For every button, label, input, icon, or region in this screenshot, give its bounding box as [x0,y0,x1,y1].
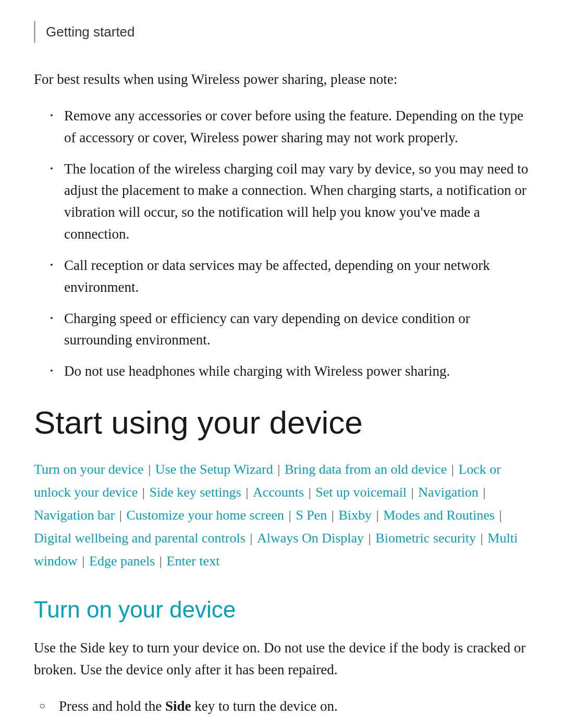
page-container: Getting started For best results when us… [0,0,563,728]
list-item: The location of the wireless charging co… [50,158,529,245]
link-spen[interactable]: S Pen [296,508,327,523]
separator: | [274,462,284,477]
link-home-screen[interactable]: Customize your home screen [126,508,284,523]
separator: | [365,530,374,546]
separator: | [285,508,295,523]
link-biometric[interactable]: Biometric security [375,530,476,546]
list-item: Call reception or data services may be a… [50,255,529,299]
link-bring-data[interactable]: Bring data from an old device [285,462,447,477]
separator: | [305,485,314,500]
link-voicemail[interactable]: Set up voicemail [315,485,407,500]
separator: | [242,485,252,500]
sub-bullet-item-1: To turn the device off, press and hold t… [69,724,529,728]
sub-bullet-list: To turn the device off, press and hold t… [69,724,529,728]
link-modes-routines[interactable]: Modes and Routines [383,508,495,523]
subsection-body: Use the Side key to turn your device on.… [34,637,529,681]
circle-item-text: Press and hold the Side key to turn the … [59,698,338,714]
link-bixby[interactable]: Bixby [338,508,372,523]
separator: | [156,553,165,569]
link-always-on[interactable]: Always On Display [257,530,364,546]
separator: | [116,508,125,523]
link-digital-wellbeing[interactable]: Digital wellbeing and parental controls [34,530,246,546]
circle-list-item: Press and hold the Side key to turn the … [39,696,529,728]
list-item: Do not use headphones while charging wit… [50,361,529,382]
separator: | [477,530,486,546]
links-section: Turn on your device | Use the Setup Wiza… [34,458,529,573]
link-setup-wizard[interactable]: Use the Setup Wizard [155,462,273,477]
list-item: Charging speed or efficiency can vary de… [50,308,529,352]
intro-paragraph: For best results when using Wireless pow… [34,69,529,91]
bold-side: Side [165,698,191,714]
circle-list: Press and hold the Side key to turn the … [39,696,529,728]
separator: | [448,462,457,477]
link-edge-panels[interactable]: Edge panels [89,553,155,569]
link-side-key[interactable]: Side key settings [149,485,241,500]
link-accounts[interactable]: Accounts [253,485,304,500]
separator: | [247,530,256,546]
header-section: Getting started [34,21,529,43]
separator: | [408,485,417,500]
separator: | [373,508,382,523]
link-nav-bar[interactable]: Navigation bar [34,508,115,523]
link-turn-on[interactable]: Turn on your device [34,462,144,477]
separator: | [79,553,88,569]
link-enter-text[interactable]: Enter text [167,553,220,569]
link-navigation[interactable]: Navigation [418,485,479,500]
separator: | [496,508,502,523]
separator: | [328,508,337,523]
separator: | [145,462,154,477]
header-title: Getting started [46,24,135,40]
bullet-list: Remove any accessories or cover before u… [50,105,529,382]
separator: | [139,485,148,500]
separator: | [480,485,486,500]
subsection-title: Turn on your device [34,593,529,627]
main-section-title: Start using your device [34,403,529,442]
list-item: Remove any accessories or cover before u… [50,105,529,149]
